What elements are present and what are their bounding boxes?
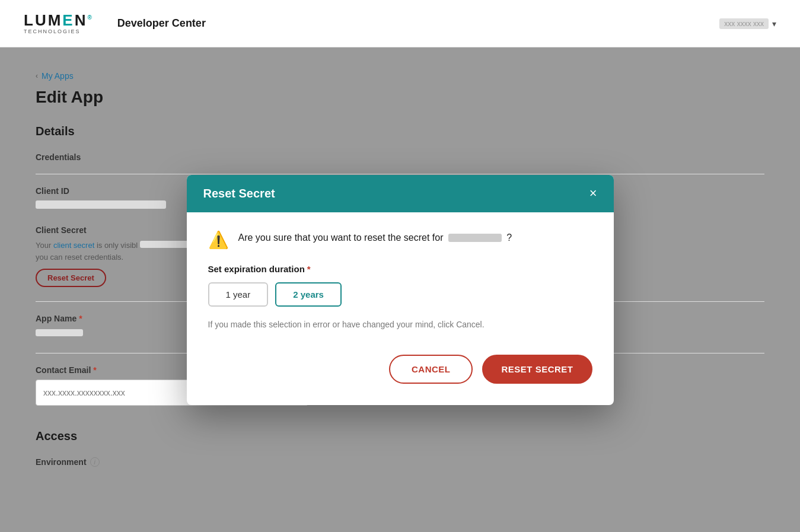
modal-question: ⚠️ Are you sure that you want to reset t…: [208, 231, 592, 250]
duration-buttons: 1 year 2 years: [208, 282, 592, 307]
modal-body: ⚠️ Are you sure that you want to reset t…: [187, 212, 614, 405]
modal-backdrop: Reset Secret × ⚠️ Are you sure that you …: [0, 47, 800, 532]
reset-secret-modal: Reset Secret × ⚠️ Are you sure that you …: [187, 175, 614, 405]
modal-header: Reset Secret ×: [187, 175, 614, 212]
modal-footer: CANCEL RESET SECRET: [208, 350, 592, 384]
modal-close-button[interactable]: ×: [589, 187, 597, 200]
user-name-blur: xxx xxxx xxx: [719, 18, 769, 29]
header-left: LUMEN® TECHNOLOGIES Developer Center: [24, 12, 206, 34]
header-user[interactable]: xxx xxxx xxx ▾: [719, 18, 776, 29]
reset-secret-confirm-button[interactable]: RESET SECRET: [482, 355, 592, 384]
expiration-label: Set expiration duration *: [208, 264, 592, 274]
header-title: Developer Center: [117, 17, 206, 30]
expiration-required: *: [307, 264, 311, 274]
modal-app-name-blur: [448, 234, 502, 242]
app-header: LUMEN® TECHNOLOGIES Developer Center xxx…: [0, 0, 800, 47]
duration-1year-button[interactable]: 1 year: [208, 282, 269, 307]
duration-2years-button[interactable]: 2 years: [275, 282, 342, 307]
warning-icon: ⚠️: [208, 230, 229, 250]
modal-hint: If you made this selection in error or h…: [208, 318, 592, 331]
page-overlay: ‹ My Apps Edit App Details Credentials C…: [0, 47, 800, 532]
logo-sub: TECHNOLOGIES: [24, 28, 81, 34]
modal-title: Reset Secret: [203, 187, 275, 200]
chevron-down-icon: ▾: [772, 19, 776, 28]
modal-question-text: Are you sure that you want to reset the …: [238, 231, 512, 244]
cancel-button[interactable]: CANCEL: [389, 355, 473, 384]
logo-text: LUMEN®: [24, 12, 94, 28]
logo: LUMEN® TECHNOLOGIES: [24, 12, 94, 34]
